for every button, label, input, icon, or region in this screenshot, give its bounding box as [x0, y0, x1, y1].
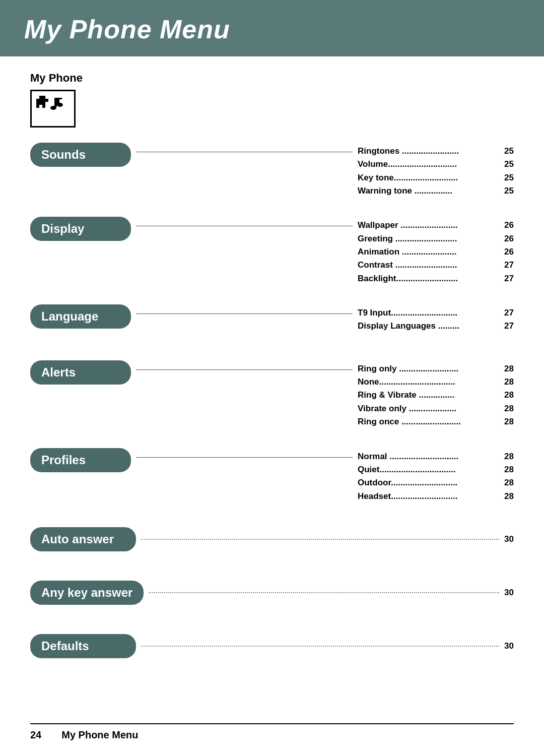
menu-row-display: Display Wallpaper ......................… [30, 217, 514, 285]
menu-label-language: Language [30, 304, 131, 329]
svg-rect-10 [42, 105, 45, 108]
menu-details-display: Wallpaper ........................26 Gre… [358, 217, 514, 285]
any-key-answer-page: 30 [504, 588, 514, 598]
svg-point-15 [57, 103, 63, 107]
menu-row-any-key-answer: Any key answer 30 [30, 581, 514, 605]
menu-row-language: Language T9 Input.......................… [30, 304, 514, 333]
svg-rect-12 [57, 98, 62, 99]
svg-rect-7 [42, 102, 45, 105]
section-title: My Phone [30, 72, 514, 85]
header-title: My Phone Menu [24, 15, 230, 44]
menu-label-alerts: Alerts [30, 360, 131, 385]
auto-answer-page: 30 [504, 534, 514, 544]
menu-label-display: Display [30, 217, 131, 241]
menu-label-any-key-answer: Any key answer [30, 581, 144, 605]
defaults-page: 30 [504, 641, 514, 651]
svg-rect-9 [36, 105, 39, 108]
menu-label-defaults: Defaults [30, 634, 136, 658]
svg-rect-3 [39, 99, 42, 102]
svg-rect-0 [36, 99, 39, 102]
svg-point-14 [50, 106, 56, 110]
menu-row-sounds: Sounds Ringtones .......................… [30, 143, 514, 198]
header-bar: My Phone Menu [0, 0, 544, 56]
phone-pixel-icon [35, 94, 71, 124]
menu-details-profiles: Normal .............................28 Q… [358, 448, 514, 503]
footer: 24 My Phone Menu [30, 723, 514, 741]
svg-rect-6 [39, 102, 42, 105]
menu-row-alerts: Alerts Ring only .......................… [30, 360, 514, 429]
menu-label-auto-answer: Auto answer [30, 527, 136, 551]
svg-rect-2 [42, 96, 45, 99]
svg-rect-8 [45, 99, 48, 102]
footer-title: My Phone Menu [61, 729, 138, 741]
menu-label-sounds: Sounds [30, 143, 131, 167]
footer-page-number: 24 [30, 729, 41, 741]
menu-row-auto-answer: Auto answer 30 [30, 527, 514, 551]
svg-rect-1 [39, 96, 42, 99]
svg-rect-4 [42, 99, 45, 102]
menu-details-alerts: Ring only .........................28 No… [358, 360, 514, 429]
menu-label-profiles: Profiles [30, 448, 131, 472]
menu-details-language: T9 Input............................27 D… [358, 304, 514, 333]
svg-rect-11 [54, 98, 57, 107]
menu-details-sounds: Ringtones ........................25 Vol… [358, 143, 514, 198]
phone-icon-box [30, 90, 76, 128]
svg-rect-5 [36, 102, 39, 105]
menu-row-profiles: Profiles Normal ........................… [30, 448, 514, 503]
menu-row-defaults: Defaults 30 [30, 634, 514, 658]
